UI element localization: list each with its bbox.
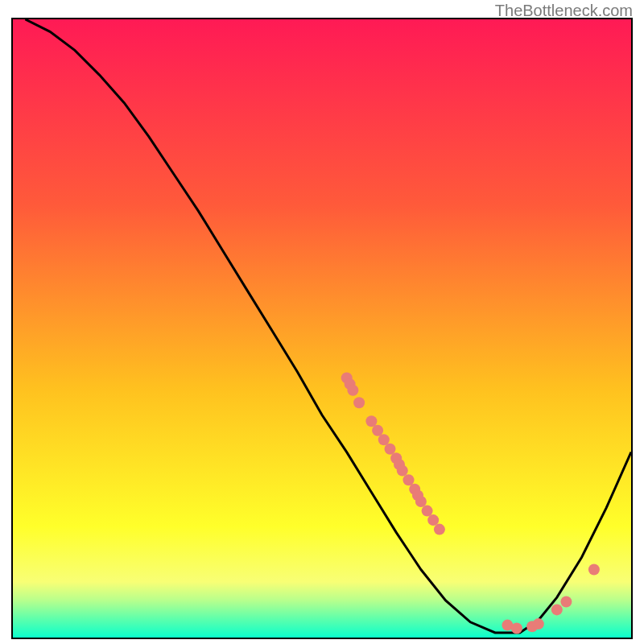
data-marker xyxy=(415,496,427,507)
bottleneck-curve-chart xyxy=(13,19,631,638)
data-marker xyxy=(397,465,408,477)
data-marker xyxy=(427,514,439,526)
data-marker xyxy=(365,415,377,427)
data-marker xyxy=(378,434,390,445)
data-marker xyxy=(403,474,415,485)
data-marker xyxy=(551,604,563,615)
data-marker xyxy=(434,524,445,535)
data-marker xyxy=(533,618,544,630)
data-marker xyxy=(422,506,433,517)
gradient-background xyxy=(13,19,631,638)
data-marker xyxy=(347,385,358,396)
data-marker xyxy=(511,623,522,634)
plot-frame xyxy=(11,18,633,639)
data-marker xyxy=(560,597,572,608)
data-marker xyxy=(372,425,383,436)
data-marker xyxy=(385,444,396,455)
data-marker xyxy=(353,397,365,408)
data-marker xyxy=(588,564,600,576)
